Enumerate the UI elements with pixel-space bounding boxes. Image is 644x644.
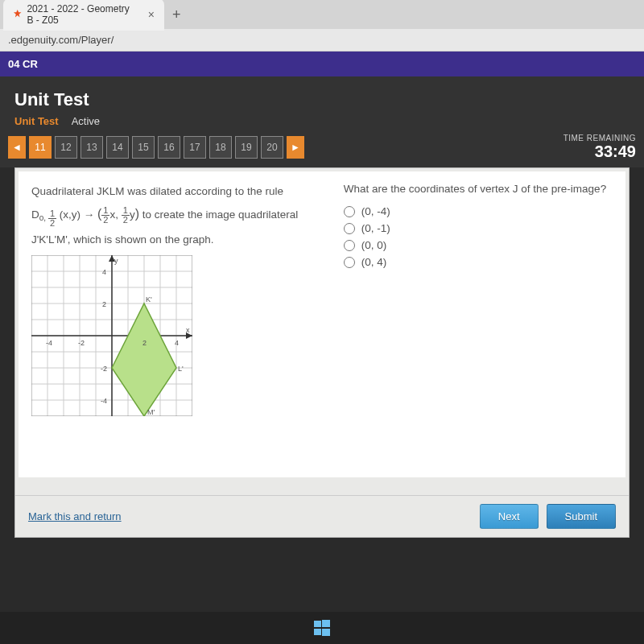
svg-text:2: 2: [102, 300, 106, 308]
page-subtitle: Unit Test: [14, 115, 59, 127]
option-3[interactable]: (0, 0): [344, 237, 613, 254]
rule-suffix: to create the image quadrilateral: [142, 208, 299, 221]
option-3-label: (0, 0): [361, 239, 387, 251]
svg-text:L': L': [178, 365, 184, 373]
taskbar: [0, 612, 644, 644]
option-2-label: (0, -1): [361, 222, 390, 234]
nav-next-button[interactable]: ►: [287, 136, 304, 159]
svg-text:y: y: [114, 257, 118, 265]
rule-map: (x,y) →: [60, 208, 95, 221]
svg-text:4: 4: [175, 339, 179, 347]
svg-rect-38: [314, 621, 321, 627]
tab-title: 2021 - 2022 - Geometry B - Z05: [27, 3, 138, 26]
timer-value: 33:49: [564, 142, 636, 161]
submit-button[interactable]: Submit: [547, 504, 616, 529]
question-left: Quadrilateral JKLM was dilated according…: [31, 183, 328, 466]
close-icon[interactable]: ×: [148, 8, 155, 21]
option-1[interactable]: (0, -4): [344, 203, 613, 220]
option-4-radio[interactable]: [344, 257, 355, 268]
url-text: .edgenuity.com/Player/: [8, 34, 114, 46]
course-bar: 04 CR: [0, 52, 644, 76]
favicon-icon: [13, 9, 22, 20]
tab-bar: 2021 - 2022 - Geometry B - Z05 × +: [0, 0, 644, 29]
mark-and-return-link[interactable]: Mark this and return: [28, 510, 122, 522]
option-4-label: (0, 4): [361, 256, 387, 268]
nav-item-12[interactable]: 12: [55, 136, 77, 159]
nav-item-19[interactable]: 19: [235, 136, 258, 159]
option-3-radio[interactable]: [344, 240, 355, 251]
question-right: What are the coordinates of vertex J of …: [344, 183, 613, 466]
svg-text:-2: -2: [78, 339, 85, 347]
question-text-3: J'K'L'M', which is shown on the graph.: [31, 231, 328, 249]
nav-item-15[interactable]: 15: [132, 136, 155, 159]
nav-item-20[interactable]: 20: [261, 136, 283, 159]
next-button[interactable]: Next: [480, 504, 539, 529]
question-nav: ◄ 11 12 13 14 15 16 17 18 19 20 ► TIME R…: [0, 127, 644, 167]
svg-rect-41: [322, 629, 330, 636]
nav-item-13[interactable]: 13: [80, 136, 103, 159]
nav-item-18[interactable]: 18: [209, 136, 232, 159]
url-bar[interactable]: .edgenuity.com/Player/: [0, 29, 644, 51]
answer-options: (0, -4) (0, -1) (0, 0) (0, 4): [344, 203, 613, 270]
windows-icon[interactable]: [314, 620, 330, 636]
question-body: Quadrilateral JKLM was dilated according…: [19, 171, 625, 477]
option-4[interactable]: (0, 4): [344, 254, 613, 270]
svg-text:x: x: [186, 326, 190, 334]
timer-label: TIME REMAINING: [564, 134, 636, 142]
svg-rect-39: [322, 620, 330, 627]
question-prompt: What are the coordinates of vertex J of …: [344, 183, 613, 195]
content-frame: Quadrilateral JKLM was dilated according…: [14, 167, 630, 538]
svg-text:2: 2: [142, 339, 147, 347]
nav-item-14[interactable]: 14: [106, 136, 129, 159]
svg-marker-0: [14, 10, 21, 17]
option-2-radio[interactable]: [344, 223, 355, 234]
page-header: Unit Test Unit Test Active: [0, 76, 644, 127]
browser-tab[interactable]: 2021 - 2022 - Geometry B - Z05 ×: [3, 0, 164, 31]
new-tab-button[interactable]: +: [164, 6, 189, 23]
rule-D: D: [31, 208, 39, 221]
option-1-label: (0, -4): [361, 205, 390, 217]
svg-text:-4: -4: [46, 339, 52, 347]
nav-item-11[interactable]: 11: [29, 136, 52, 159]
nav-prev-button[interactable]: ◄: [8, 136, 26, 159]
timer: TIME REMAINING 33:49: [564, 134, 636, 161]
svg-text:-2: -2: [101, 365, 107, 373]
svg-text:K': K': [146, 295, 152, 303]
svg-text:-4: -4: [101, 397, 107, 405]
footer-bar: Mark this and return Next Submit: [15, 495, 629, 537]
nav-item-17[interactable]: 17: [184, 136, 206, 159]
question-rule: Do, 12 (x,y) → (12x, 12y) to create the …: [31, 204, 328, 229]
svg-text:M': M': [147, 408, 155, 416]
nav-item-16[interactable]: 16: [158, 136, 180, 159]
svg-marker-24: [112, 303, 176, 416]
course-code: 04 CR: [8, 58, 38, 70]
svg-text:4: 4: [102, 268, 106, 276]
svg-rect-40: [314, 629, 321, 635]
option-2[interactable]: (0, -1): [344, 220, 613, 237]
page-status: Active: [72, 115, 100, 127]
option-1-radio[interactable]: [344, 206, 355, 217]
page-title: Unit Test: [14, 89, 630, 110]
browser-chrome: 2021 - 2022 - Geometry B - Z05 × + .edge…: [0, 0, 644, 52]
question-text-1: Quadrilateral JKLM was dilated according…: [31, 183, 328, 200]
graph-figure: -4-2 24 42 -2-4 yx K' L' M': [31, 255, 192, 416]
